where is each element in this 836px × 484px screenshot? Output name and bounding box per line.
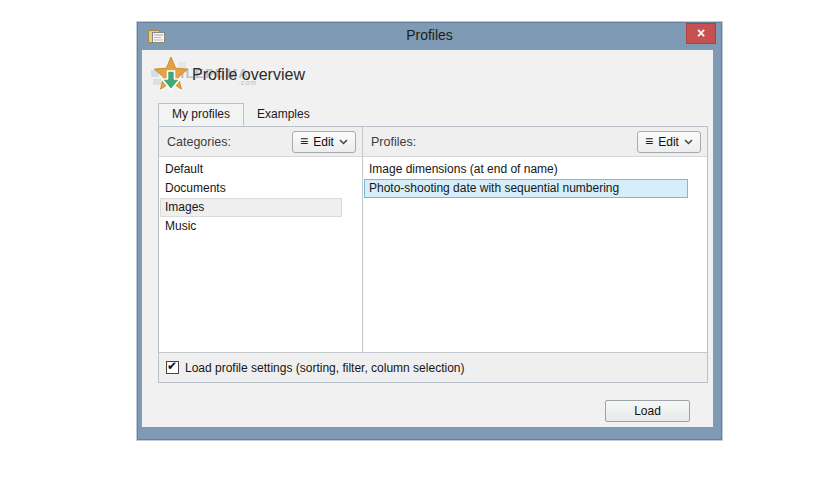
load-settings-option-row: ✔ Load profile settings (sorting, filter… (159, 352, 707, 382)
category-item-default[interactable]: Default (160, 160, 342, 179)
category-item-documents[interactable]: Documents (160, 179, 342, 198)
tab-examples[interactable]: Examples (244, 103, 323, 126)
close-button[interactable]: × (686, 23, 716, 44)
profiles-panel-header: Profiles: ≡ Edit (363, 127, 707, 157)
profiles-dialog: Profiles × FILEPUMA .com Profile overvie… (137, 22, 722, 440)
tab-my-profiles-label: My profiles (172, 107, 230, 121)
chevron-down-icon (684, 139, 693, 145)
star-download-logo-icon (151, 55, 192, 98)
categories-edit-button[interactable]: ≡ Edit (292, 131, 356, 153)
categories-edit-label: Edit (313, 135, 334, 149)
profiles-panel: Profiles: ≡ Edit Image dimensions (at en… (363, 127, 707, 352)
profiles-list: Image dimensions (at end of name) Photo-… (363, 157, 707, 352)
profiles-label: Profiles: (371, 135, 637, 149)
window-title: Profiles (137, 22, 722, 49)
profiles-edit-label: Edit (658, 135, 679, 149)
categories-panel-header: Categories: ≡ Edit (159, 127, 362, 157)
category-item-images[interactable]: Images (160, 198, 342, 217)
profile-item-image-dimensions[interactable]: Image dimensions (at end of name) (364, 160, 688, 179)
categories-list: Default Documents Images Music (159, 157, 362, 352)
load-settings-label[interactable]: Load profile settings (sorting, filter, … (185, 361, 464, 375)
category-item-music[interactable]: Music (160, 217, 342, 236)
close-icon: × (697, 25, 705, 41)
profiles-edit-button[interactable]: ≡ Edit (637, 131, 701, 153)
tab-examples-label: Examples (257, 107, 310, 121)
titlebar[interactable]: Profiles × (137, 22, 722, 50)
check-icon: ✔ (167, 359, 177, 373)
load-button[interactable]: Load (605, 400, 690, 422)
load-settings-checkbox[interactable]: ✔ (166, 361, 179, 374)
load-button-label: Load (634, 404, 661, 418)
tab-bar: My profiles Examples (158, 103, 323, 126)
page-title: Profile overview (192, 66, 305, 84)
categories-panel: Categories: ≡ Edit Default Documents Ima… (159, 127, 363, 352)
dialog-body: FILEPUMA .com Profile overview My profil… (142, 50, 713, 427)
menu-icon: ≡ (645, 134, 653, 148)
panels-row: Categories: ≡ Edit Default Documents Ima… (159, 127, 707, 352)
tab-page: Categories: ≡ Edit Default Documents Ima… (158, 126, 708, 383)
menu-icon: ≡ (300, 134, 308, 148)
tab-my-profiles[interactable]: My profiles (158, 103, 244, 126)
chevron-down-icon (339, 139, 348, 145)
categories-label: Categories: (167, 135, 292, 149)
profile-item-photo-shooting-date[interactable]: Photo-shooting date with sequential numb… (364, 179, 688, 198)
